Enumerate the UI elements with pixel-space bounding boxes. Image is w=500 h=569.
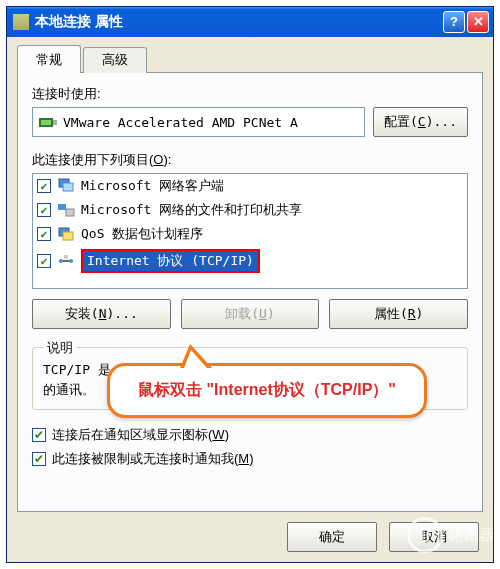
ok-button[interactable]: 确定 [287,522,377,552]
list-item[interactable]: QoS 数据包计划程序 [33,222,467,246]
list-item-tcpip[interactable]: Internet 协议 (TCP/IP) [33,246,467,276]
list-item-label: QoS 数据包计划程序 [81,225,203,243]
tab-panel: 连接时使用: VMware Accelerated AMD PCNet A 配置… [17,72,483,512]
checkbox[interactable] [37,227,51,241]
tabs: 常规 高级 [17,45,483,73]
tab-general[interactable]: 常规 [17,45,81,73]
checkbox[interactable] [37,203,51,217]
svg-rect-6 [66,209,74,216]
adapter-display: VMware Accelerated AMD PCNet A [32,107,365,137]
svg-rect-12 [64,255,68,259]
adapter-name: VMware Accelerated AMD PCNet A [63,115,298,130]
dialog-body: 常规 高级 连接时使用: VMware Accelerated AMD PCNe… [7,37,493,562]
checkbox[interactable] [32,452,46,466]
svg-rect-4 [63,183,73,191]
svg-rect-2 [53,120,57,125]
help-button[interactable]: ? [443,11,465,33]
connect-using-label: 连接时使用: [32,85,468,103]
svg-rect-5 [58,204,66,210]
list-item[interactable]: Microsoft 网络客户端 [33,174,467,198]
list-item-label: Microsoft 网络客户端 [81,177,224,195]
dialog-window: 本地连接 属性 ? ✕ 常规 高级 连接时使用: VMware Accelera… [6,6,494,563]
component-buttons: 安装(N)... 卸载(U) 属性(R) [32,299,468,329]
svg-point-10 [59,259,63,263]
nic-icon [39,115,57,129]
checkbox[interactable] [37,254,51,268]
list-item-label: Microsoft 网络的文件和打印机共享 [81,201,302,219]
components-list[interactable]: Microsoft 网络客户端 Microsoft 网络的文件和打印机共享 Qo… [32,173,468,289]
service-icon [57,201,75,219]
checkbox-label: 连接后在通知区域显示图标(W) [52,426,229,444]
callout-text: 鼠标双击 "Internet协议（TCP/IP）" [126,380,408,401]
list-item-label-selected: Internet 协议 (TCP/IP) [81,249,260,273]
titlebar: 本地连接 属性 ? ✕ [7,7,493,37]
checkbox[interactable] [37,179,51,193]
description-legend: 说明 [43,339,77,357]
bottom-options: 连接后在通知区域显示图标(W) 此连接被限制或无连接时通知我(M) [32,426,468,468]
svg-point-11 [69,259,73,263]
show-icon-option[interactable]: 连接后在通知区域显示图标(W) [32,426,468,444]
tab-advanced[interactable]: 高级 [83,47,147,73]
watermark: 路由器 [407,517,494,553]
items-label: 此连接使用下列项目(O): [32,151,468,169]
close-button[interactable]: ✕ [467,11,489,33]
window-icon [13,14,29,30]
install-button[interactable]: 安装(N)... [32,299,171,329]
adapter-row: VMware Accelerated AMD PCNet A 配置(C)... [32,107,468,137]
watermark-icon [407,517,443,553]
configure-button[interactable]: 配置(C)... [373,107,468,137]
qos-icon [57,225,75,243]
annotation-callout: 鼠标双击 "Internet协议（TCP/IP）" [107,363,427,418]
checkbox[interactable] [32,428,46,442]
checkbox-label: 此连接被限制或无连接时通知我(M) [52,450,254,468]
client-icon [57,177,75,195]
notify-limited-option[interactable]: 此连接被限制或无连接时通知我(M) [32,450,468,468]
uninstall-button: 卸载(U) [181,299,320,329]
svg-rect-1 [41,120,51,125]
properties-button[interactable]: 属性(R) [329,299,468,329]
list-item[interactable]: Microsoft 网络的文件和打印机共享 [33,198,467,222]
protocol-icon [57,252,75,270]
svg-rect-8 [63,232,73,240]
watermark-text: 路由器 [449,526,494,545]
window-title: 本地连接 属性 [35,13,441,31]
